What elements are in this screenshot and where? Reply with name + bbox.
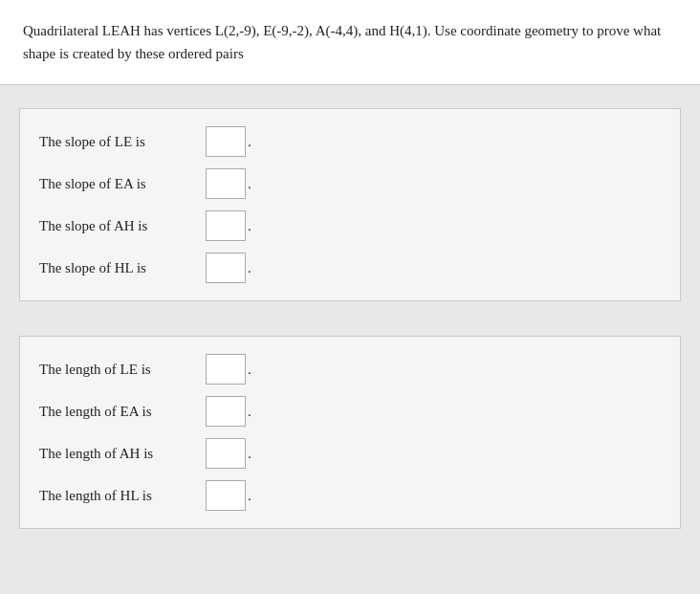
length-ea-row: The length of EA is .: [39, 396, 661, 427]
slope-hl-period: .: [248, 260, 252, 276]
lengths-section: The length of LE is . The length of EA i…: [19, 336, 681, 529]
spacer: [19, 317, 681, 336]
slope-hl-label: The slope of HL is: [39, 260, 202, 276]
length-ah-period: .: [248, 446, 252, 462]
slope-ah-input[interactable]: [206, 210, 246, 241]
length-le-input[interactable]: [206, 354, 246, 385]
slope-ah-period: .: [248, 218, 252, 234]
main-content: The slope of LE is . The slope of EA is …: [0, 85, 700, 594]
slopes-section: The slope of LE is . The slope of EA is …: [19, 108, 681, 301]
length-ea-label: The length of EA is: [39, 404, 202, 420]
length-ah-input[interactable]: [206, 438, 246, 469]
length-le-period: .: [248, 362, 252, 378]
slope-ea-label: The slope of EA is: [39, 176, 202, 192]
length-hl-row: The length of HL is .: [39, 480, 661, 511]
slope-ea-period: .: [248, 176, 252, 192]
slope-le-period: .: [248, 134, 252, 150]
slope-le-label: The slope of LE is: [39, 134, 202, 150]
slope-hl-input[interactable]: [206, 253, 246, 283]
length-le-label: The length of LE is: [39, 362, 202, 378]
slope-ea-input[interactable]: [206, 168, 246, 199]
length-ea-input[interactable]: [206, 396, 246, 427]
slope-ah-row: The slope of AH is .: [39, 210, 661, 241]
problem-text: Quadrilateral LEAH has vertices L(2,-9),…: [23, 19, 677, 65]
problem-section: Quadrilateral LEAH has vertices L(2,-9),…: [0, 0, 700, 85]
length-ah-row: The length of AH is .: [39, 438, 661, 469]
slope-le-input[interactable]: [206, 126, 246, 157]
length-hl-input[interactable]: [206, 480, 246, 511]
length-ah-label: The length of AH is: [39, 446, 202, 462]
length-ea-period: .: [248, 404, 252, 420]
length-le-row: The length of LE is .: [39, 354, 661, 385]
slope-hl-row: The slope of HL is .: [39, 253, 661, 283]
length-hl-period: .: [248, 488, 252, 504]
length-hl-label: The length of HL is: [39, 488, 202, 504]
slope-ea-row: The slope of EA is .: [39, 168, 661, 199]
slope-ah-label: The slope of AH is: [39, 218, 202, 234]
slope-le-row: The slope of LE is .: [39, 126, 661, 157]
